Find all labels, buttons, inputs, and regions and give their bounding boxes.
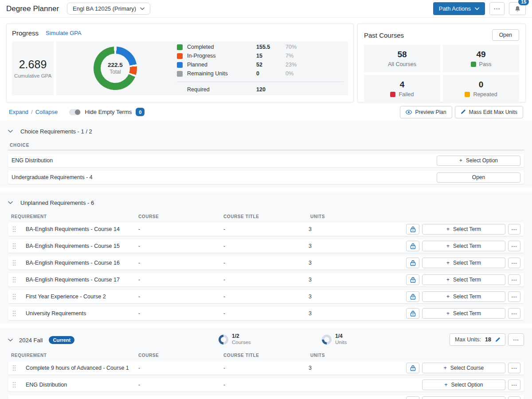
select-term-button[interactable]: +Select Term [422, 274, 505, 285]
drag-handle-icon[interactable] [12, 382, 20, 388]
pencil-icon [495, 337, 500, 342]
select-course-button[interactable]: +Select Course [422, 363, 505, 373]
legend-label: Completed [187, 44, 256, 50]
requirement-row-clipped: ⋯ [8, 395, 524, 399]
row-more-button[interactable]: ⋯ [508, 241, 520, 251]
select-term-label: Select Term [453, 310, 481, 317]
open-button[interactable]: Open [437, 172, 520, 183]
drag-handle-icon[interactable] [12, 243, 20, 249]
column-course: COURSE [138, 353, 223, 358]
lock-button[interactable] [406, 291, 419, 302]
hide-empty-terms-toggle[interactable] [69, 109, 81, 115]
row-more-button[interactable]: ⋯ [508, 308, 520, 319]
select-course-label: Select Course [450, 365, 484, 371]
chevron-down-icon [140, 7, 145, 10]
course-cell: - [138, 226, 223, 232]
units-cell: 3 [309, 310, 335, 317]
preview-plan-button[interactable]: Preview Plan [400, 106, 452, 118]
page-title: Degree Planner [6, 4, 59, 13]
select-term-button[interactable]: +Select Term [422, 291, 505, 302]
drag-handle-icon[interactable] [12, 260, 20, 266]
expand-link[interactable]: Expand [9, 109, 28, 115]
lock-button[interactable] [406, 258, 419, 268]
past-courses-open-button[interactable]: Open [492, 29, 519, 41]
select-term-button[interactable]: +Select Term [422, 224, 505, 235]
path-actions-button[interactable]: Path Actions [433, 2, 485, 15]
drag-handle-icon[interactable] [12, 226, 20, 232]
ellipsis-icon: ⋯ [511, 310, 517, 317]
course-title-cell: - [223, 226, 309, 232]
plus-icon: + [459, 157, 462, 164]
lock-button[interactable] [406, 308, 419, 319]
row-more-button[interactable]: ⋯ [508, 224, 520, 235]
select-option-button[interactable]: +Select Option [422, 379, 505, 390]
collapse-link[interactable]: Collapse [35, 109, 58, 115]
row-more-button[interactable]: ⋯ [508, 396, 520, 399]
hidden-terms-count-badge: 0 [136, 108, 145, 116]
max-units-button[interactable]: Max Units: 18 [450, 333, 505, 346]
required-label: Required [187, 86, 256, 93]
ellipsis-icon: ⋯ [511, 260, 517, 266]
legend-item-remaining: Remaining Units 0 0% [177, 69, 344, 78]
plus-icon: + [444, 382, 447, 388]
requirement-row: First Year Experience - Course 2 - - 3 +… [8, 290, 524, 303]
column-units: UNITS [310, 353, 524, 358]
chevron-down-icon[interactable] [8, 338, 13, 342]
repeated-color-chip [465, 92, 470, 97]
chevron-down-icon[interactable] [8, 201, 13, 204]
past-courses-card: Past Courses Open 58 All Courses 49 Pass… [357, 23, 526, 102]
plan-selector[interactable]: Engl BA 12025 (Primary) [67, 3, 150, 15]
drag-handle-icon[interactable] [12, 365, 20, 371]
drag-handle-icon[interactable] [12, 277, 20, 283]
courses-progress-indicator: 1/2 Courses [219, 333, 251, 345]
topbar: Degree Planner Engl BA 12025 (Primary) P… [0, 0, 532, 18]
required-value: 120 [256, 86, 286, 93]
courses-ratio: 1/2 [232, 333, 251, 340]
select-term-button[interactable]: +Select Term [422, 308, 505, 319]
units-cell: 3 [309, 243, 335, 249]
select-term-button[interactable]: +Select Term [422, 241, 505, 251]
row-more-button[interactable]: ⋯ [508, 379, 520, 390]
drag-handle-icon[interactable] [12, 293, 20, 300]
stat-label: All Courses [388, 61, 416, 67]
lock-button[interactable] [406, 363, 419, 373]
requirement-row: Complete 9 hours of Advanced - Course 1 … [8, 361, 524, 375]
lock-icon [410, 365, 416, 371]
select-term-button[interactable]: +Select Term [422, 258, 505, 268]
simulate-gpa-link[interactable]: Simulate GPA [46, 30, 82, 36]
lock-button[interactable] [406, 224, 419, 235]
term-section-2024-fall: 2024 Fall Current 1/2 Courses 1/4 Units … [0, 328, 532, 399]
toggle-knob [75, 110, 80, 115]
row-more-button[interactable]: ⋯ [508, 258, 520, 268]
chevron-down-icon[interactable] [8, 129, 13, 133]
lock-button[interactable] [406, 241, 419, 251]
select-button[interactable] [422, 396, 505, 399]
stat-label: Failed [390, 91, 414, 98]
term-more-button[interactable]: ⋯ [508, 333, 524, 346]
remaining-color-chip [177, 71, 183, 77]
course-cell: - [138, 243, 223, 249]
row-more-button[interactable]: ⋯ [508, 274, 520, 285]
progress-card: Progress Simulate GPA 2.689 Cumulative G… [6, 23, 354, 102]
course-cell: - [138, 260, 223, 266]
drag-handle-icon[interactable] [12, 310, 20, 317]
path-actions-label: Path Actions [439, 5, 471, 12]
plus-icon: + [446, 243, 450, 249]
ellipsis-icon: ⋯ [511, 277, 517, 283]
requirement-row: BA-English Requirements - Course 17 - - … [8, 273, 524, 286]
select-option-button[interactable]: + Select Option [437, 156, 520, 166]
header-more-button[interactable]: ⋯ [489, 2, 505, 15]
select-option-label: Select Option [466, 157, 498, 164]
mass-edit-max-units-button[interactable]: Mass Edit Max Units [455, 106, 523, 118]
row-more-button[interactable]: ⋯ [508, 291, 520, 302]
row-more-button[interactable]: ⋯ [508, 363, 520, 373]
lock-button[interactable] [406, 274, 419, 285]
select-term-label: Select Term [453, 226, 481, 232]
term-table-header: REQUIREMENT COURSE COURSE TITLE UNITS [8, 353, 524, 358]
choice-row-eng-distribution: ENG Distribution + Select Option [8, 154, 524, 167]
course-title-cell: - [223, 382, 309, 388]
courses-donut [219, 335, 228, 344]
lock-button[interactable] [406, 396, 419, 399]
requirement-name: Complete 9 hours of Advanced - Course 1 [26, 365, 138, 371]
bell-icon [514, 5, 521, 12]
